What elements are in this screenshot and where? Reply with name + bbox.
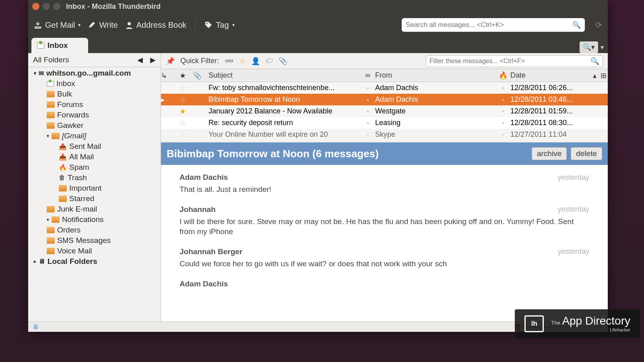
- folder-label: Sent Mail: [69, 142, 101, 151]
- attachment-column-header[interactable]: 📎: [190, 71, 204, 80]
- window-close-button[interactable]: [32, 3, 39, 10]
- conv-from: Adam Dachis: [180, 173, 228, 182]
- folder-label: Voice Mail: [57, 247, 92, 255]
- unread-filter-icon[interactable]: 👓: [225, 57, 233, 66]
- sidebar-item-forums[interactable]: Forums: [28, 99, 161, 110]
- conversation-message[interactable]: Adam Dachis: [180, 280, 589, 288]
- online-status-icon[interactable]: 🖥: [32, 323, 39, 331]
- window-title: Inbox - Mozilla Thunderbird: [66, 2, 161, 11]
- sidebar-item-junk-e-mail[interactable]: Junk E-mail: [28, 204, 161, 214]
- message-row[interactable]: ▸☆Bibimbap Tomorrow at Noon●Adam Dachis●…: [161, 94, 608, 105]
- message-list: ☆Fw: toby schmallovichtenschteinenbe...●…: [161, 82, 608, 142]
- sidebar-item-sent-mail[interactable]: 📤Sent Mail: [28, 141, 161, 152]
- write-button[interactable]: Write: [88, 21, 118, 30]
- folder-label: Orders: [57, 226, 80, 234]
- quick-filter-label: Quick Filter:: [180, 57, 219, 65]
- sidebar-item-trash[interactable]: 🗑Trash: [28, 173, 161, 183]
- column-picker-icon[interactable]: ⊞: [599, 71, 608, 80]
- star-column-header[interactable]: ★: [175, 71, 190, 80]
- conversation-message[interactable]: Adam DachisyesterdayThat is all. Just a …: [180, 173, 589, 195]
- message-row[interactable]: ★January 2012 Balance - Now Available●We…: [161, 105, 608, 117]
- main-toolbar: Get Mail ▾ Write Address Book Tag ▾ 🔍 ⟳: [28, 13, 608, 37]
- global-search-input[interactable]: [406, 21, 572, 29]
- folder-label: Notifications: [62, 215, 104, 224]
- folder-label: Forums: [57, 100, 83, 109]
- quick-filter-input[interactable]: [429, 58, 590, 65]
- conversation-title: Bibimbap Tomorrow at Noon (6 messages): [167, 148, 379, 160]
- folder-label: Inbox: [56, 79, 75, 88]
- tag-button[interactable]: Tag ▾: [204, 21, 234, 30]
- tab-inbox[interactable]: Inbox: [31, 38, 88, 53]
- sidebar-item--gmail-[interactable]: ▾[Gmail]: [28, 131, 161, 141]
- sidebar-item-spam[interactable]: 🔥Spam: [28, 162, 161, 173]
- folder-mode-selector[interactable]: All Folders: [33, 56, 69, 64]
- folder-label: Trash: [68, 173, 87, 182]
- inbox-icon: [37, 42, 44, 49]
- sidebar-item-bulk[interactable]: Bulk: [28, 89, 161, 99]
- message-date: 12/27/2011 11:04: [510, 130, 599, 139]
- sidebar-item-sms-messages[interactable]: SMS Messages: [28, 235, 161, 246]
- message-date: 12/28/2011 01:59...: [510, 107, 599, 115]
- search-icon: 🔍: [590, 57, 599, 66]
- from-column-header[interactable]: From: [375, 71, 496, 80]
- sidebar-item-starred[interactable]: Starred: [28, 193, 161, 204]
- window-maximize-button[interactable]: [53, 3, 60, 10]
- get-mail-button[interactable]: Get Mail ▾: [34, 21, 80, 30]
- chevron-down-icon: ▾: [232, 22, 235, 28]
- date-column-header[interactable]: Date ▴: [510, 71, 599, 80]
- window-minimize-button[interactable]: [43, 3, 50, 10]
- star-icon[interactable]: ☆: [175, 84, 190, 93]
- local-folders-row[interactable]: ▸ 🖥 Local Folders: [28, 256, 161, 267]
- conv-text: That is all. Just a reminder!: [180, 184, 589, 195]
- prev-arrow-icon[interactable]: ◀: [137, 56, 143, 64]
- folder-label: Bulk: [57, 90, 72, 99]
- address-book-button[interactable]: Address Book: [125, 21, 187, 30]
- quick-filter-search[interactable]: 🔍: [426, 55, 603, 67]
- sidebar-item-important[interactable]: Important: [28, 183, 161, 193]
- pencil-icon: [88, 21, 96, 29]
- message-row[interactable]: ☆Re: security deposit return●Leasing●12/…: [161, 117, 608, 129]
- chevron-down-icon[interactable]: ▾: [601, 43, 604, 51]
- attachment-filter-icon[interactable]: 📎: [279, 57, 287, 66]
- message-from: Westgate: [375, 107, 496, 115]
- main-content-area: All Folders ◀ ▶ ▾ ✉ whitson.go...gmail.c…: [28, 53, 608, 321]
- account-row[interactable]: ▾ ✉ whitson.go...gmail.com: [28, 68, 161, 78]
- delete-button[interactable]: delete: [571, 147, 602, 160]
- message-from: Skype: [375, 130, 496, 139]
- message-row[interactable]: ☆Your Online Number will expire on 20●Sk…: [161, 129, 608, 140]
- sidebar-item-gawker[interactable]: Gawker: [28, 120, 161, 131]
- read-column-header[interactable]: 🔥: [496, 71, 510, 80]
- computer-icon: 🖥: [39, 258, 45, 265]
- next-arrow-icon[interactable]: ▶: [150, 56, 156, 64]
- global-search[interactable]: 🔍: [402, 18, 585, 32]
- star-icon[interactable]: ★: [175, 107, 190, 116]
- sidebar-item-voice-mail[interactable]: Voice Mail: [28, 246, 161, 256]
- tab-strip: Inbox 🔍▾ ▾: [28, 37, 608, 53]
- sidebar-item-all-mail[interactable]: 📥All Mail: [28, 152, 161, 162]
- star-icon[interactable]: ☆: [175, 130, 190, 139]
- quick-search-button[interactable]: 🔍▾: [580, 41, 598, 53]
- pin-icon[interactable]: 📌: [166, 57, 175, 66]
- conversation-message[interactable]: Johannah BergeryesterdayCould we force h…: [180, 247, 589, 269]
- sidebar-item-forwards[interactable]: Forwards: [28, 110, 161, 120]
- starred-filter-icon[interactable]: ☆: [239, 57, 246, 66]
- chevron-icon: ▾: [47, 133, 49, 139]
- star-icon[interactable]: ☆: [175, 95, 190, 104]
- archive-button[interactable]: archive: [532, 147, 567, 160]
- content-pane: 📌 Quick Filter: 👓 ☆ 👤 🏷 📎 🔍 ↳ ★ 📎 Subjec…: [161, 53, 608, 321]
- message-subject: Fw: toby schmallovichtenschteinenbe...: [204, 84, 361, 92]
- sidebar-item-inbox[interactable]: Inbox: [28, 78, 161, 89]
- sidebar-item-orders[interactable]: Orders: [28, 225, 161, 235]
- correspondents-column-header[interactable]: ∞: [361, 71, 375, 80]
- tag-filter-icon[interactable]: 🏷: [266, 57, 273, 65]
- conv-time: yesterday: [558, 205, 589, 214]
- star-icon[interactable]: ☆: [175, 119, 190, 128]
- sidebar-item-notifications[interactable]: ▾Notifications: [28, 214, 161, 225]
- contact-filter-icon[interactable]: 👤: [251, 57, 260, 66]
- subject-column-header[interactable]: Subject: [204, 71, 361, 80]
- conversation-message[interactable]: JohannahyesterdayI will be there for sur…: [180, 205, 589, 237]
- message-row[interactable]: ☆Fw: toby schmallovichtenschteinenbe...●…: [161, 82, 608, 94]
- thread-column-header[interactable]: ↳: [161, 71, 175, 80]
- conv-text: I will be there for sure. Steve may or m…: [180, 216, 589, 237]
- chevron-icon: ▾: [47, 217, 49, 222]
